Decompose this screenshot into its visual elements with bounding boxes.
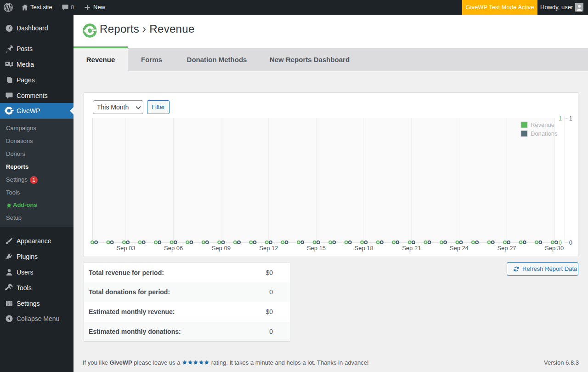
svg-text:1: 1 bbox=[559, 115, 562, 122]
svg-text:Sep 03: Sep 03 bbox=[116, 245, 135, 252]
svg-text:Sep 27: Sep 27 bbox=[497, 245, 516, 252]
svg-text:Sep 09: Sep 09 bbox=[212, 245, 231, 252]
svg-text:Sep 24: Sep 24 bbox=[450, 245, 469, 252]
svg-text:0: 0 bbox=[559, 239, 562, 246]
svg-text:Sep 18: Sep 18 bbox=[354, 245, 373, 252]
svg-text:Sep 12: Sep 12 bbox=[259, 245, 278, 252]
svg-text:1: 1 bbox=[569, 115, 572, 122]
svg-text:Sep 21: Sep 21 bbox=[402, 245, 421, 252]
svg-text:Donations: Donations bbox=[531, 130, 558, 137]
svg-text:Revenue: Revenue bbox=[531, 121, 554, 128]
svg-text:Sep 15: Sep 15 bbox=[307, 245, 326, 252]
svg-text:Sep 06: Sep 06 bbox=[164, 245, 183, 252]
svg-text:0: 0 bbox=[569, 239, 572, 246]
